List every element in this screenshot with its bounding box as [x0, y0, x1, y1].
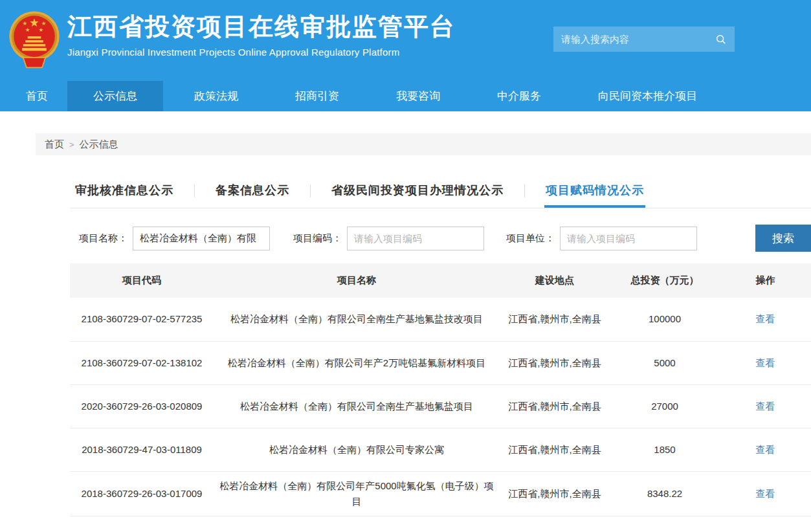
nav-item-intermediary[interactable]: 中介服务 — [471, 81, 567, 111]
nav-item-investment-promotion[interactable]: 招商引资 — [269, 81, 365, 111]
cell-investment: 1850 — [610, 428, 720, 471]
cell-project-name: 松岩冶金材料（全南）有限公司专家公寓 — [214, 428, 500, 471]
svg-text:★: ★ — [25, 27, 30, 33]
col-header-project-code: 项目代码 — [70, 263, 214, 298]
breadcrumb: 首页 > 公示信息 — [36, 133, 811, 155]
tab-separator — [310, 184, 311, 197]
results-table: 项目代码 项目名称 建设地点 总投资（万元） 操作 2108-360729-07… — [70, 263, 811, 516]
cell-location: 江西省,赣州市,全南县 — [500, 428, 610, 471]
filter-project-name: 项目名称： — [79, 227, 270, 250]
search-button[interactable]: 搜索 — [755, 225, 811, 252]
project-name-label: 项目名称： — [79, 232, 128, 245]
search-icon[interactable] — [715, 34, 727, 45]
tab-filing-info[interactable]: 备案信息公示 — [214, 183, 291, 208]
nav-item-home[interactable]: 首页 — [12, 81, 62, 111]
cell-location: 江西省,赣州市,全南县 — [500, 298, 610, 341]
view-link[interactable]: 查看 — [756, 401, 775, 412]
site-subtitle: Jiangxi Provincial Investment Projects O… — [67, 47, 456, 58]
project-name-input[interactable] — [133, 227, 270, 250]
svg-text:★: ★ — [23, 20, 28, 27]
col-header-investment: 总投资（万元） — [610, 263, 720, 298]
cell-investment: 27000 — [610, 384, 720, 428]
svg-text:★: ★ — [38, 27, 43, 33]
header-search-input[interactable] — [561, 34, 715, 45]
cell-project-name: 松岩冶金材料（全南）有限公司全南生产基地氟盐技改项目 — [214, 298, 500, 341]
svg-text:★: ★ — [41, 20, 47, 27]
cell-project-name: 松岩冶金材料（全南）有限公司全南生产基地氟盐项目 — [214, 384, 500, 428]
tab-project-code-status[interactable]: 项目赋码情况公示 — [544, 183, 645, 208]
cell-investment: 8348.22 — [610, 471, 720, 516]
cell-project-code: 2018-360729-26-03-017009 — [70, 471, 214, 516]
tab-provincial-private-projects[interactable]: 省级民间投资项目办理情况公示 — [330, 183, 505, 208]
view-link[interactable]: 查看 — [756, 488, 775, 499]
nav-item-private-capital-projects[interactable]: 向民间资本推介项目 — [572, 81, 723, 111]
table-row: 2018-360729-47-03-011809 松岩冶金材料（全南）有限公司专… — [70, 428, 811, 471]
nav-item-consult[interactable]: 我要咨询 — [370, 81, 466, 111]
site-header: ★ ★ ★ ★ ★ 江西省投资项目在线审批监管平台 Jiangxi Provin… — [0, 0, 811, 81]
cell-investment: 100000 — [610, 298, 720, 341]
cell-project-name: 松岩冶金材料（全南）有限公司年产5000吨氟化氢（电子级）项目 — [214, 471, 500, 516]
filter-project-code: 项目编码： — [293, 227, 484, 250]
project-code-label: 项目编码： — [293, 232, 342, 245]
cell-location: 江西省,赣州市,全南县 — [500, 471, 610, 516]
national-emblem-logo: ★ ★ ★ ★ ★ — [6, 9, 62, 72]
view-link[interactable]: 查看 — [756, 313, 775, 324]
cell-investment: 5000 — [610, 341, 720, 384]
main-nav: 首页 公示信息 政策法规 招商引资 我要咨询 中介服务 向民间资本推介项目 — [0, 81, 811, 111]
project-unit-label: 项目单位： — [506, 232, 555, 245]
site-title: 江西省投资项目在线审批监管平台 — [67, 10, 456, 43]
project-unit-input[interactable] — [560, 227, 697, 250]
filter-project-unit: 项目单位： — [506, 227, 697, 250]
cell-project-code: 2018-360729-47-03-011809 — [70, 428, 214, 471]
cell-location: 江西省,赣州市,全南县 — [500, 341, 610, 384]
col-header-project-name: 项目名称 — [214, 263, 500, 298]
table-row: 2020-360729-26-03-020809 松岩冶金材料（全南）有限公司全… — [70, 384, 811, 428]
tab-approval-info[interactable]: 审批核准信息公示 — [74, 183, 175, 208]
project-code-input[interactable] — [347, 227, 484, 250]
tab-bar: 审批核准信息公示 备案信息公示 省级民间投资项目办理情况公示 项目赋码情况公示 — [70, 183, 811, 208]
site-brand: 江西省投资项目在线审批监管平台 Jiangxi Provincial Inves… — [67, 10, 456, 58]
main-content: 审批核准信息公示 备案信息公示 省级民间投资项目办理情况公示 项目赋码情况公示 … — [70, 183, 811, 516]
nav-item-policies[interactable]: 政策法规 — [168, 81, 264, 111]
nav-item-public-info[interactable]: 公示信息 — [67, 81, 163, 111]
breadcrumb-separator: > — [69, 140, 74, 150]
results-table-header: 项目代码 项目名称 建设地点 总投资（万元） 操作 — [70, 263, 811, 298]
cell-project-code: 2108-360729-07-02-138102 — [70, 341, 214, 384]
table-row: 2108-360729-07-02-577235 松岩冶金材料（全南）有限公司全… — [70, 298, 811, 341]
cell-location: 江西省,赣州市,全南县 — [500, 384, 610, 428]
filter-row: 项目名称： 项目编码： 项目单位： 搜索 — [70, 225, 811, 252]
tab-separator — [194, 184, 195, 197]
col-header-action: 操作 — [720, 263, 811, 298]
svg-text:★: ★ — [29, 17, 39, 30]
view-link[interactable]: 查看 — [756, 357, 775, 368]
breadcrumb-home[interactable]: 首页 — [45, 139, 64, 151]
cell-project-code: 2108-360729-07-02-577235 — [70, 298, 214, 341]
table-row: 2018-360729-26-03-017009 松岩冶金材料（全南）有限公司年… — [70, 471, 811, 516]
table-row: 2108-360729-07-02-138102 松岩冶金材料（全南）有限公司年… — [70, 341, 811, 384]
cell-project-code: 2020-360729-26-03-020809 — [70, 384, 214, 428]
view-link[interactable]: 查看 — [756, 444, 775, 455]
col-header-location: 建设地点 — [500, 263, 610, 298]
cell-project-name: 松岩冶金材料（全南）有限公司年产2万吨铝基氟新材料项目 — [214, 341, 500, 384]
breadcrumb-current: 公示信息 — [80, 139, 118, 151]
header-search-box — [553, 27, 735, 52]
tab-separator — [524, 184, 525, 197]
